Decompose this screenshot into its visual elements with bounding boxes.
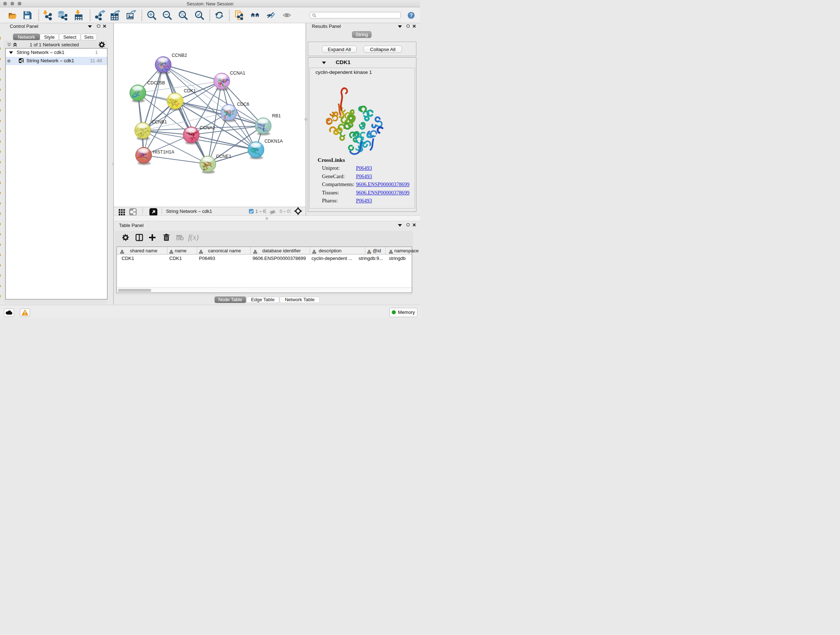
svg-text:CDK1: CDK1 [184,88,196,93]
svg-text:CCNB1: CCNB1 [152,119,167,124]
svg-text:CDC25B: CDC25B [147,80,165,85]
svg-text:CCNE1: CCNE1 [216,154,231,158]
svg-text:CCNB2: CCNB2 [172,52,187,57]
svg-text:RB1: RB1 [272,113,281,118]
svg-text:CDKN1A: CDKN1A [264,138,283,143]
svg-text:HIST1H1A: HIST1H1A [153,149,174,155]
svg-text:CCNA1: CCNA1 [230,70,245,75]
svg-text:CCNA2: CCNA2 [200,125,215,130]
svg-text:CDC6: CDC6 [237,101,249,106]
